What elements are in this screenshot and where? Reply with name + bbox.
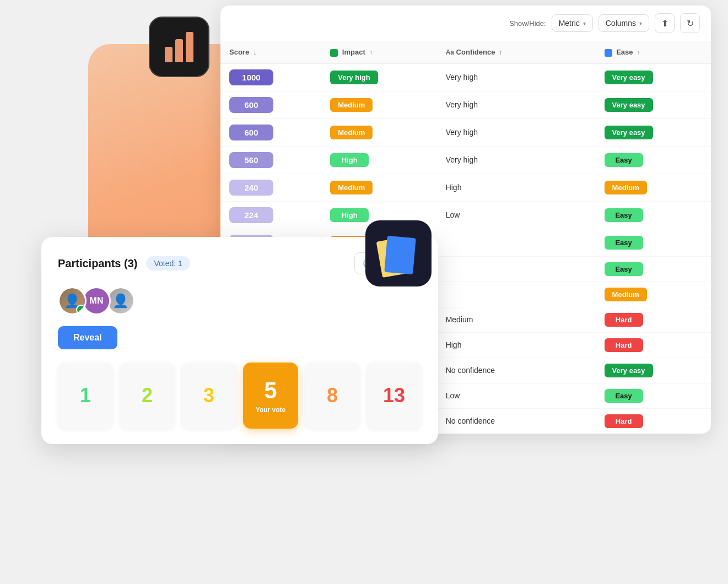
cell-ease: Hard <box>596 307 711 332</box>
vote-number: 8 <box>327 384 338 407</box>
participants-title: Participants (3) <box>58 257 137 270</box>
col-header-score[interactable]: Score ↓ <box>220 41 321 63</box>
cell-confidence: Very high <box>437 91 596 118</box>
vote-card-2[interactable]: 2 <box>120 363 175 429</box>
refresh-icon: ↻ <box>687 18 694 29</box>
vote-number: 5 <box>264 377 277 404</box>
cell-ease: Very easy <box>596 91 711 118</box>
impact-sort-icon: ↑ <box>369 49 373 56</box>
ease-tag: Very easy <box>605 364 653 377</box>
score-badge: 240 <box>229 180 273 196</box>
cell-ease: Hard <box>596 408 711 434</box>
score-badge: 1000 <box>229 69 273 85</box>
vote-number: 1 <box>80 384 91 407</box>
cell-impact: Very high <box>321 63 436 91</box>
vote-card-1[interactable]: 1 <box>58 363 113 429</box>
col-header-ease[interactable]: Ease ↑ <box>596 41 711 63</box>
table-row: 560HighVery highEasy <box>220 146 711 174</box>
table-row: 224HighLowEasy <box>220 201 711 229</box>
refresh-button[interactable]: ↻ <box>680 13 700 33</box>
app-icon-papers <box>365 220 432 286</box>
cell-confidence: Low <box>437 383 596 408</box>
cell-score: 1000 <box>220 63 321 91</box>
ease-tag: Easy <box>605 262 643 276</box>
ease-tag: Medium <box>605 181 647 194</box>
vote-number: 3 <box>203 384 214 407</box>
confidence-sort-icon: ↑ <box>499 49 503 56</box>
ease-tag: Easy <box>605 389 643 403</box>
score-badge: 224 <box>229 207 273 223</box>
cell-confidence <box>437 229 596 256</box>
bar-chart-icon <box>165 32 193 62</box>
table-row: 1000Very highVery highVery easy <box>220 63 711 91</box>
col-header-confidence[interactable]: Aa Confidence ↑ <box>437 41 596 63</box>
confidence-aa-icon: Aa <box>446 48 454 56</box>
table-row: 600MediumVery highVery easy <box>220 91 711 118</box>
ease-tag-icon <box>605 49 612 57</box>
cell-confidence: Very high <box>437 118 596 146</box>
ease-tag: Easy <box>605 236 643 250</box>
metric-dropdown[interactable]: Metric ▾ <box>552 14 593 32</box>
ease-sort-icon: ↑ <box>637 49 640 56</box>
columns-chevron-icon: ▾ <box>639 20 642 26</box>
impact-tag: High <box>330 153 369 167</box>
cell-confidence: High <box>437 332 596 358</box>
cell-confidence <box>437 282 596 307</box>
cell-ease: Easy <box>596 146 711 174</box>
vote-card-8[interactable]: 8 <box>305 363 360 429</box>
impact-tag-icon <box>330 49 338 57</box>
impact-tag: Medium <box>330 181 373 194</box>
cell-impact: Medium <box>321 174 436 201</box>
table-row: 600MediumVery highVery easy <box>220 118 711 146</box>
ease-tag: Very easy <box>605 98 653 112</box>
app-icon-chart <box>149 17 209 77</box>
impact-tag: Very high <box>330 71 378 84</box>
voted-badge: Voted: 1 <box>146 256 190 271</box>
cell-confidence <box>437 256 596 282</box>
cell-impact: High <box>321 146 436 174</box>
cell-impact: Medium <box>321 118 436 146</box>
cell-ease: Easy <box>596 383 711 408</box>
avatars-row: 👤 ✓ MN 👤 <box>58 286 422 315</box>
cell-score: 600 <box>220 91 321 118</box>
cell-confidence: Medium <box>437 307 596 332</box>
cell-confidence: No confidence <box>437 358 596 383</box>
score-badge: 600 <box>229 97 273 113</box>
cell-score: 600 <box>220 118 321 146</box>
ease-tag: Easy <box>605 208 643 222</box>
cell-ease: Easy <box>596 201 711 229</box>
cell-score: 224 <box>220 201 321 229</box>
cell-confidence: Very high <box>437 63 596 91</box>
cell-ease: Medium <box>596 282 711 307</box>
vote-card-13[interactable]: 13 <box>366 363 422 429</box>
vote-number: 2 <box>142 384 153 407</box>
columns-dropdown[interactable]: Columns ▾ <box>598 14 649 32</box>
upload-icon: ⬆ <box>661 18 668 29</box>
impact-tag: High <box>330 208 369 222</box>
vote-label: Your vote <box>256 406 285 414</box>
table-row: 240MediumHighMedium <box>220 174 711 201</box>
ease-tag: Hard <box>605 338 643 352</box>
impact-tag: Medium <box>330 126 373 139</box>
vote-card-5[interactable]: 5 Your vote <box>243 363 298 429</box>
avatar-initials: MN <box>84 288 109 313</box>
ease-tag: Hard <box>605 414 643 428</box>
bar-3 <box>186 32 193 62</box>
ease-tag: Easy <box>605 153 643 167</box>
cell-ease: Easy <box>596 229 711 256</box>
col-header-impact[interactable]: Impact ↑ <box>321 41 436 63</box>
cell-ease: Very easy <box>596 118 711 146</box>
ease-tag: Very easy <box>605 126 653 139</box>
cell-confidence: No confidence <box>437 408 596 434</box>
cell-confidence: Low <box>437 201 596 229</box>
ease-tag: Very easy <box>605 71 653 84</box>
show-hide-label: Show/Hide: <box>509 19 546 28</box>
avatar-1: 👤 ✓ <box>58 286 87 315</box>
score-sort-icon: ↓ <box>254 49 257 56</box>
upload-button[interactable]: ⬆ <box>655 13 675 33</box>
ease-tag: Hard <box>605 313 643 327</box>
vote-number: 13 <box>383 384 405 407</box>
reveal-button[interactable]: Reveal <box>58 326 117 349</box>
vote-card-3[interactable]: 3 <box>181 363 236 429</box>
cell-ease: Medium <box>596 174 711 201</box>
